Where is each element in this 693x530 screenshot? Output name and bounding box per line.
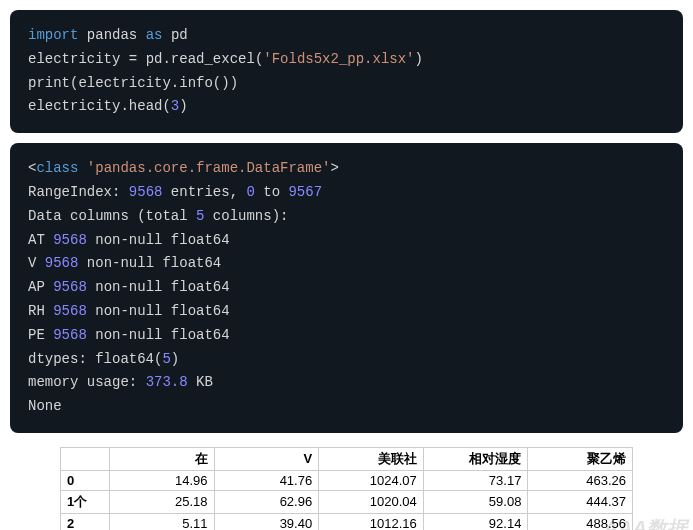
- kw-class: class: [36, 160, 78, 176]
- dataframe-table: 在 V 美联社 相对湿度 聚乙烯 0 14.96 41.76 1024.07 7…: [60, 447, 633, 530]
- n-entries: 9568: [129, 184, 163, 200]
- table-row: 2 5.11 39.40 1012.16 92.14 488.56: [61, 513, 633, 530]
- dtypes-pre: dtypes: float64(: [28, 351, 162, 367]
- zero: 0: [246, 184, 254, 200]
- col-rh: RH: [28, 303, 53, 319]
- class-str: 'pandas.core.frame.DataFrame': [87, 160, 331, 176]
- header-c3: 美联社: [319, 447, 424, 470]
- col-ap: AP: [28, 279, 53, 295]
- mem-val: 373.8: [146, 374, 188, 390]
- dataframe-table-wrap: 在 V 美联社 相对湿度 聚乙烯 0 14.96 41.76 1024.07 7…: [10, 447, 683, 530]
- row-idx: 1个: [61, 490, 110, 513]
- cell: 5.11: [110, 513, 215, 530]
- at-count: 9568: [53, 232, 87, 248]
- close-paren-2: ): [230, 75, 238, 91]
- to: to: [255, 184, 289, 200]
- dot-info: .info(): [171, 75, 230, 91]
- pe-count: 9568: [53, 327, 87, 343]
- cell: 14.96: [110, 470, 215, 490]
- gt: >: [330, 160, 338, 176]
- fn-print: print: [28, 75, 70, 91]
- none: None: [28, 398, 62, 414]
- string-filename: 'Folds5x2_pp.xlsx': [263, 51, 414, 67]
- col-pe: PE: [28, 327, 53, 343]
- dot-head: .head: [120, 98, 162, 114]
- dtypes-post: ): [171, 351, 179, 367]
- cell: 1012.16: [319, 513, 424, 530]
- var-electricity: electricity: [28, 51, 120, 67]
- close-paren-3: ): [179, 98, 187, 114]
- cell: 41.76: [214, 470, 319, 490]
- header-c5: 聚乙烯: [528, 447, 633, 470]
- v-count: 9568: [45, 255, 79, 271]
- table-row: 0 14.96 41.76 1024.07 73.17 463.26: [61, 470, 633, 490]
- col-v: V: [28, 255, 45, 271]
- table-row: 1个 25.18 62.96 1020.04 59.08 444.37: [61, 490, 633, 513]
- cell: 73.17: [423, 470, 528, 490]
- header-c2: V: [214, 447, 319, 470]
- v-suffix: non-null float64: [78, 255, 221, 271]
- var-electricity-2: electricity: [78, 75, 170, 91]
- kw-import: import: [28, 27, 78, 43]
- rangeindex-pre: RangeIndex:: [28, 184, 129, 200]
- datacols-pre: Data columns (total: [28, 208, 196, 224]
- var-electricity-3: electricity: [28, 98, 120, 114]
- dtypes-n: 5: [162, 351, 170, 367]
- col-at: AT: [28, 232, 53, 248]
- row-idx: 0: [61, 470, 110, 490]
- close-paren: ): [415, 51, 423, 67]
- header-blank: [61, 447, 110, 470]
- max-idx: 9567: [288, 184, 322, 200]
- pd-dot: pd.: [146, 51, 171, 67]
- fn-read-excel: read_excel: [171, 51, 255, 67]
- rh-count: 9568: [53, 303, 87, 319]
- cell: 62.96: [214, 490, 319, 513]
- datacols-post: columns):: [204, 208, 288, 224]
- header-c4: 相对湿度: [423, 447, 528, 470]
- header-c1: 在: [110, 447, 215, 470]
- code-input-block: import pandas as pd electricity = pd.rea…: [10, 10, 683, 133]
- cell: 444.37: [528, 490, 633, 513]
- mem-unit: KB: [188, 374, 213, 390]
- cell: 59.08: [423, 490, 528, 513]
- eq-sign: =: [120, 51, 145, 67]
- kw-as: as: [146, 27, 163, 43]
- cell: 1024.07: [319, 470, 424, 490]
- at-suffix: non-null float64: [87, 232, 230, 248]
- ap-suffix: non-null float64: [87, 279, 230, 295]
- number-3: 3: [171, 98, 179, 114]
- alias-pd: pd: [171, 27, 188, 43]
- pe-suffix: non-null float64: [87, 327, 230, 343]
- open-paren-3: (: [162, 98, 170, 114]
- table-header-row: 在 V 美联社 相对湿度 聚乙烯: [61, 447, 633, 470]
- cell: 92.14: [423, 513, 528, 530]
- entries-mid: entries,: [162, 184, 246, 200]
- ap-count: 9568: [53, 279, 87, 295]
- cell: 463.26: [528, 470, 633, 490]
- rh-suffix: non-null float64: [87, 303, 230, 319]
- cell: 39.40: [214, 513, 319, 530]
- module-pandas: pandas: [87, 27, 137, 43]
- cell: 25.18: [110, 490, 215, 513]
- cell: 1020.04: [319, 490, 424, 513]
- row-idx: 2: [61, 513, 110, 530]
- mem-pre: memory usage:: [28, 374, 146, 390]
- code-output-block: <class 'pandas.core.frame.DataFrame'> Ra…: [10, 143, 683, 433]
- cell: 488.56: [528, 513, 633, 530]
